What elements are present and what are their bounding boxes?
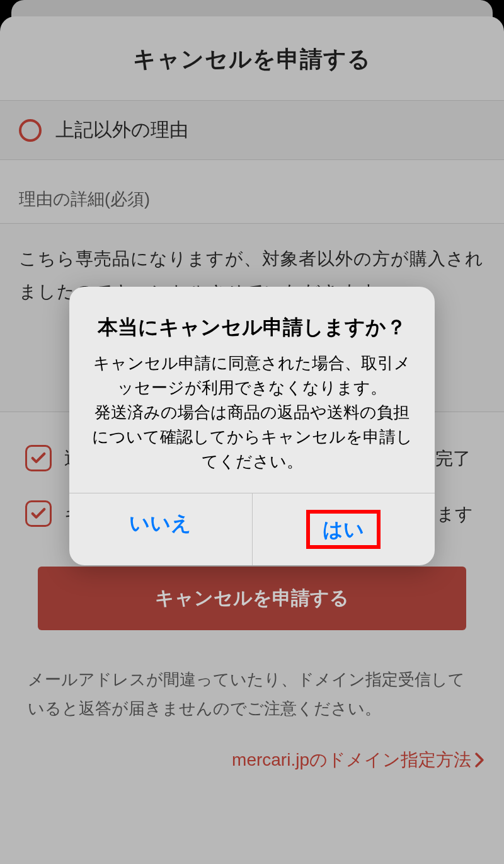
dialog-message: キャンセル申請に同意された場合、取引メッセージが利用できなくなります。 発送済み… xyxy=(87,351,417,474)
dialog-title: 本当にキャンセル申請しますか？ xyxy=(87,312,417,342)
yes-highlight: はい xyxy=(306,510,381,549)
confirm-dialog: 本当にキャンセル申請しますか？ キャンセル申請に同意された場合、取引メッセージが… xyxy=(69,287,435,565)
dialog-no-button[interactable]: いいえ xyxy=(69,493,253,565)
dialog-yes-button[interactable]: はい xyxy=(253,493,435,565)
